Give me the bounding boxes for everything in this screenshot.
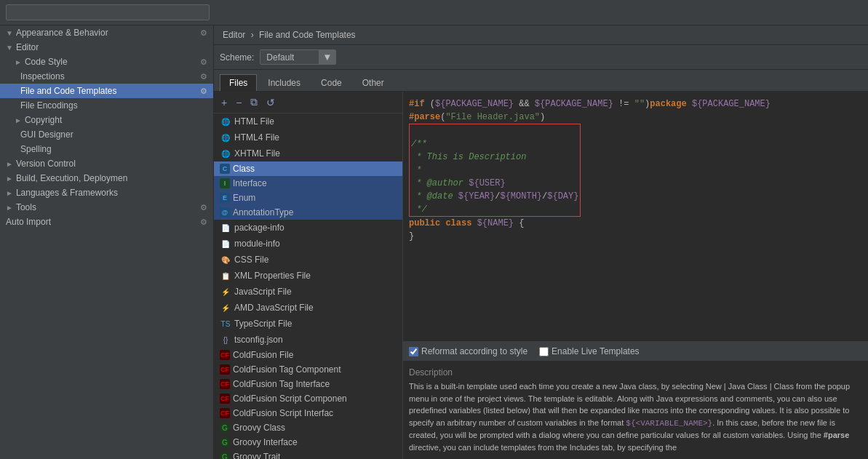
arrow-icon: ► xyxy=(15,58,22,66)
sidebar-item-label: Tools xyxy=(16,202,36,212)
sidebar-item-label: Auto Import xyxy=(6,217,51,227)
code-editor[interactable]: #if (${PACKAGE_NAME} && ${PACKAGE_NAME} … xyxy=(403,92,868,342)
sidebar-item-appearance-behavior[interactable]: ▼ Appearance & Behavior ⚙ xyxy=(0,25,213,40)
list-item[interactable]: CF ColdFusion Script Interfac xyxy=(214,406,402,420)
list-item[interactable]: 🌐 HTML4 File xyxy=(214,129,402,145)
description-panel: Description This is a built-in template … xyxy=(403,362,868,459)
sidebar-item-version-control[interactable]: ► Version Control xyxy=(0,156,213,171)
interface-icon: I xyxy=(220,178,230,188)
file-item-label: HTML File xyxy=(234,116,274,127)
file-item-label: TypeScript File xyxy=(234,319,292,329)
file-item-label: package-info xyxy=(234,223,284,233)
sidebar-item-code-style[interactable]: ► Code Style ⚙ xyxy=(0,55,213,69)
amd-js-icon: ⚡ xyxy=(220,302,231,314)
sidebar-item-label: Copyright xyxy=(25,115,62,125)
file-item-label: AnnotationType xyxy=(233,207,293,217)
list-item[interactable]: ⚡ JavaScript File xyxy=(214,284,402,300)
list-item[interactable]: CF ColdFusion Tag Interface xyxy=(214,377,402,391)
enum-icon: E xyxy=(220,193,230,203)
scheme-dropdown-button[interactable]: ▼ xyxy=(319,50,335,64)
sidebar-item-label: Code Style xyxy=(25,57,68,67)
tabs-bar: Files Includes Code Other xyxy=(214,70,868,92)
cf-icon: CF xyxy=(220,394,230,404)
file-item-label: Groovy Class xyxy=(233,423,285,433)
remove-template-button[interactable]: − xyxy=(233,95,244,110)
sidebar-item-spelling[interactable]: Spelling xyxy=(0,142,213,156)
sidebar-item-label: Spelling xyxy=(20,144,52,154)
list-item[interactable]: CF ColdFusion Tag Component xyxy=(214,362,402,377)
reformat-checkbox-label[interactable]: Reformat according to style xyxy=(409,346,527,356)
sidebar-item-build-execution[interactable]: ► Build, Execution, Deploymen xyxy=(0,171,213,185)
list-item[interactable]: 🎨 CSS File xyxy=(214,252,402,268)
breadcrumb: Editor › File and Code Templates xyxy=(214,25,868,45)
copy-template-button[interactable]: ⧉ xyxy=(247,95,260,110)
sidebar-item-inspections[interactable]: Inspections ⚙ xyxy=(0,69,213,84)
list-item[interactable]: ⚡ AMD JavaScript File xyxy=(214,300,402,316)
live-templates-checkbox-label[interactable]: Enable Live Templates xyxy=(539,346,640,356)
settings-icon: ⚙ xyxy=(200,87,207,96)
sidebar-item-label: Build, Execution, Deploymen xyxy=(16,173,127,183)
file-item-label: Interface xyxy=(233,178,267,188)
arrow-icon: ► xyxy=(6,189,13,197)
list-item[interactable]: 📋 XML Properties File xyxy=(214,268,402,284)
list-item-enum[interactable]: E Enum xyxy=(214,191,402,205)
sidebar-item-tools[interactable]: ► Tools ⚙ xyxy=(0,200,213,215)
list-item[interactable]: CF ColdFusion Script Componen xyxy=(214,391,402,406)
settings-icon: ⚙ xyxy=(200,57,207,67)
search-input[interactable] xyxy=(6,4,210,20)
list-item[interactable]: G Groovy Class xyxy=(214,420,402,435)
live-templates-checkbox[interactable] xyxy=(539,347,549,356)
add-template-button[interactable]: + xyxy=(218,95,230,110)
xhtml-icon: 🌐 xyxy=(220,148,231,159)
list-item[interactable]: 🌐 HTML File xyxy=(214,113,402,129)
arrow-icon: ► xyxy=(6,175,13,183)
editor-panel: #if (${PACKAGE_NAME} && ${PACKAGE_NAME} … xyxy=(403,92,868,459)
sidebar-item-auto-import[interactable]: Auto Import ⚙ xyxy=(0,215,213,229)
list-item-interface[interactable]: I Interface xyxy=(214,176,402,191)
tab-files[interactable]: Files xyxy=(220,74,257,91)
list-item-class[interactable]: C Class xyxy=(214,161,402,176)
file-item-label: tsconfig.json xyxy=(234,335,283,345)
sidebar-item-file-encodings[interactable]: File Encodings xyxy=(0,98,213,113)
sidebar-item-editor[interactable]: ▼ Editor xyxy=(0,40,213,55)
cf-icon: CF xyxy=(220,379,230,389)
content-area: + − ⧉ ↺ 🌐 HTML File 🌐 HTML4 File xyxy=(214,92,868,459)
settings-icon: ⚙ xyxy=(200,72,207,81)
file-item-label: CSS File xyxy=(234,255,268,265)
arrow-icon: ► xyxy=(6,160,13,168)
arrow-icon: ▼ xyxy=(6,44,13,52)
file-list-panel: + − ⧉ ↺ 🌐 HTML File 🌐 HTML4 File xyxy=(214,92,403,459)
file-item-label: Groovy Trait xyxy=(233,452,280,459)
list-item[interactable]: TS TypeScript File xyxy=(214,316,402,332)
sidebar-item-label: Inspections xyxy=(20,71,65,81)
sidebar-item-label: Appearance & Behavior xyxy=(16,28,108,38)
file-item-label: HTML4 File xyxy=(234,132,279,143)
arrow-icon: ► xyxy=(6,204,13,212)
reset-template-button[interactable]: ↺ xyxy=(263,95,278,110)
tab-includes[interactable]: Includes xyxy=(258,74,310,91)
list-item[interactable]: {} tsconfig.json xyxy=(214,332,402,348)
file-item-label: Groovy Interface xyxy=(233,437,298,447)
file-item-label: AMD JavaScript File xyxy=(234,303,314,313)
list-item[interactable]: CF ColdFusion File xyxy=(214,348,402,362)
main-layout: ▼ Appearance & Behavior ⚙ ▼ Editor ► Cod… xyxy=(0,25,868,459)
sidebar-item-label: GUI Designer xyxy=(20,129,73,140)
list-item[interactable]: G Groovy Interface xyxy=(214,435,402,450)
list-item[interactable]: 🌐 XHTML File xyxy=(214,145,402,161)
reformat-checkbox[interactable] xyxy=(409,347,418,356)
sidebar-item-gui-designer[interactable]: GUI Designer xyxy=(0,127,213,142)
sidebar-item-file-and-code-templates[interactable]: File and Code Templates ⚙ xyxy=(0,84,213,98)
class-icon: C xyxy=(220,164,230,174)
file-list: 🌐 HTML File 🌐 HTML4 File 🌐 XHTML File xyxy=(214,113,402,459)
list-item[interactable]: 📄 package-info xyxy=(214,220,402,236)
sidebar: ▼ Appearance & Behavior ⚙ ▼ Editor ► Cod… xyxy=(0,25,214,459)
css-icon: 🎨 xyxy=(220,254,231,266)
tab-other[interactable]: Other xyxy=(353,74,394,91)
tab-code[interactable]: Code xyxy=(311,74,351,91)
annotation-icon: @ xyxy=(220,207,230,217)
list-item-annotation[interactable]: @ AnnotationType xyxy=(214,205,402,220)
list-item[interactable]: 📄 module-info xyxy=(214,236,402,252)
sidebar-item-languages[interactable]: ► Languages & Frameworks xyxy=(0,185,213,200)
list-item[interactable]: G Groovy Trait xyxy=(214,450,402,459)
sidebar-item-copyright[interactable]: ► Copyright xyxy=(0,113,213,127)
